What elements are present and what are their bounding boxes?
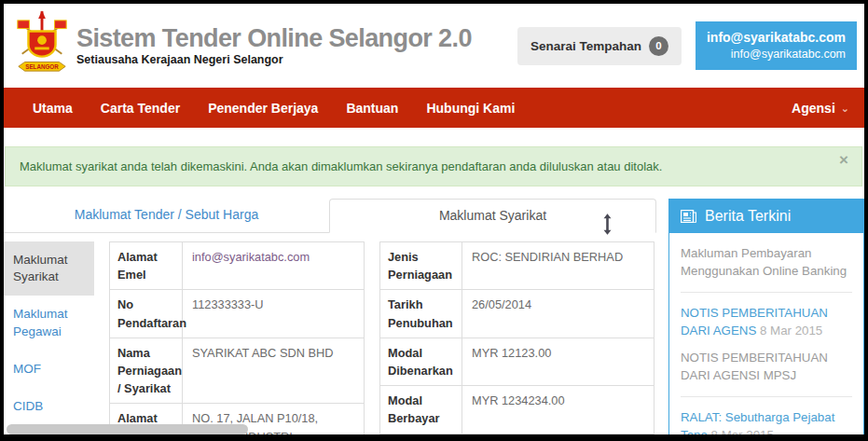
account-email-secondary: info@syarikatabc.com [707,48,846,61]
nav-item-agensi[interactable]: Agensi ⌄ [792,88,849,128]
newspaper-icon [681,210,696,223]
row-value: SYARIKAT ABC SDN BHD [183,338,364,404]
table-row: No. Rujukan Cukai 2342 [380,434,654,441]
sidebar-item[interactable]: CIDB [4,388,94,425]
table-row: Alamat NO. 17, JALAN P10/18, TAMAN INDUS… [110,404,364,441]
site-header: SELANGOR Sistem Tender Online Selangor 2… [4,4,864,88]
row-value: 26/05/2014 [462,290,654,337]
news-list: Makluman Pembayaran Menggunakan Online B… [669,233,863,441]
news-item[interactable]: NOTIS PEMBERITAHUAN DARI AGENSI MPSJ [681,349,852,397]
table-row: Modal Dibenarkan MYR 12123.00 [380,338,654,386]
chevron-down-icon: ⌄ [841,103,849,115]
row-label: Modal Berbayar [380,386,462,433]
senarai-tempahan-label: Senarai Tempahan [530,39,641,53]
senarai-tempahan-button[interactable]: Senarai Tempahan 0 [517,27,682,65]
news-item[interactable]: RALAT: Sebutharga Pejabat Tana 8 Mar 201… [681,408,852,441]
news-panel-header: Berita Terkini [669,200,863,233]
news-item-title: RALAT: Sebutharga Pejabat Tana [681,410,834,441]
news-item[interactable]: NOTIS PEMBERITAHUAN DARI AGENS 8 Mar 201… [681,304,852,340]
table-row: No Pendaftaran 112333333-U [110,290,364,338]
row-value: NO. 17, JALAN P10/18, TAMAN INDUSTRI SEL… [183,404,364,441]
agensi-label: Agensi [792,101,835,116]
account-email-primary: info@syarikatabc.com [707,30,846,45]
nav-items: Utama Carta Tender Penender Berjaya Bant… [19,88,529,128]
table-row: Jenis Perniagaan ROC: SENDIRIAN BERHAD [380,242,654,290]
row-value: info@syarikatabc.com [183,242,364,289]
company-details-table-left: Alamat Emel info@syarikatabc.com No Pend… [109,241,365,441]
nav-item[interactable]: Penender Berjaya [194,88,332,128]
logo-banner-text: SELANGOR [25,63,59,70]
news-item-date: 8 Mar 2015 [711,428,774,441]
browser-viewport: SELANGOR Sistem Tender Online Selangor 2… [0,0,868,441]
tab-bar: Maklumat Tender / Sebut Harga Maklumat S… [4,199,656,233]
row-value: MYR 1234234.00 [462,386,654,433]
reservation-count-badge: 0 [649,36,668,56]
row-label: Modal Dibenarkan [380,338,462,385]
news-item-date: 8 Mar 2015 [760,324,822,338]
site-title: Sistem Tender Online Selangor 2.0 [76,25,472,53]
site-subtitle: Setiausaha Kerajaan Negeri Selangor [76,53,472,66]
company-details-table-right: Jenis Perniagaan ROC: SENDIRIAN BERHAD T… [379,241,654,441]
tab[interactable]: Maklumat Tender / Sebut Harga [4,199,329,232]
berita-terkini-panel: Berita Terkini Makluman Pembayaran Mengg… [668,199,864,441]
nav-item[interactable]: Bantuan [332,88,412,128]
news-item-title: Makluman Pembayaran Menggunakan Online B… [681,246,847,278]
row-label: Jenis Perniagaan [380,242,462,289]
horizontal-scrollbar-thumb[interactable] [7,424,248,434]
close-icon[interactable]: × [839,152,848,168]
news-item[interactable]: Makluman Pembayaran Menggunakan Online B… [681,244,852,293]
sidebar-item[interactable]: MOF [4,351,94,388]
row-value: 2342 [462,434,654,441]
brand-block: Sistem Tender Online Selangor 2.0 Setiau… [76,25,472,67]
main-navbar: Utama Carta Tender Penender Berjaya Bant… [4,88,864,128]
row-label: Alamat Emel [110,242,183,289]
row-label: Nama Perniagaan / Syarikat [110,338,183,404]
page-content: Maklumat Tender / Sebut Harga Maklumat S… [4,199,864,441]
alert-message: Maklumat syarikat anda telah dikemaskini… [20,159,662,173]
sidebar-item[interactable]: Maklumat Pegawai [4,296,94,350]
sidebar-item[interactable]: Maklumat Syarikat [4,241,94,296]
table-row: Alamat Emel info@syarikatabc.com [110,242,364,290]
nav-item[interactable]: Hubungi Kami [412,88,529,128]
tab[interactable]: Maklumat Syarikat [329,199,656,233]
table-row: Nama Perniagaan / Syarikat SYARIKAT ABC … [110,338,364,405]
row-value: 112333333-U [183,290,364,337]
nav-item[interactable]: Carta Tender [87,88,194,128]
table-row: Modal Berbayar MYR 1234234.00 [380,386,654,434]
row-label: Alamat [110,404,183,441]
row-label: No Pendaftaran [110,290,183,337]
selangor-crest-logo: SELANGOR [13,10,71,81]
row-label: Tarikh Penubuhan [380,290,462,337]
main-column: Maklumat Tender / Sebut Harga Maklumat S… [4,199,656,441]
section-sidebar: Maklumat Syarikat Maklumat Pegawai MOF C… [4,241,94,441]
row-label: No. Rujukan Cukai [380,434,462,441]
nav-item[interactable]: Utama [19,88,87,128]
account-menu-button[interactable]: info@syarikatabc.com info@syarikatabc.co… [696,21,857,70]
company-info-section: Maklumat Syarikat Maklumat Pegawai MOF C… [4,241,656,441]
row-value: MYR 12123.00 [462,338,654,385]
success-alert: Maklumat syarikat anda telah dikemaskini… [5,146,862,186]
table-row: Tarikh Penubuhan 26/05/2014 [380,290,654,338]
news-panel-title: Berita Terkini [705,208,791,225]
header-actions: Senarai Tempahan 0 info@syarikatabc.com … [517,21,857,70]
news-item-title: NOTIS PEMBERITAHUAN DARI AGENSI MPSJ [681,351,828,382]
row-value: ROC: SENDIRIAN BERHAD [462,242,654,289]
